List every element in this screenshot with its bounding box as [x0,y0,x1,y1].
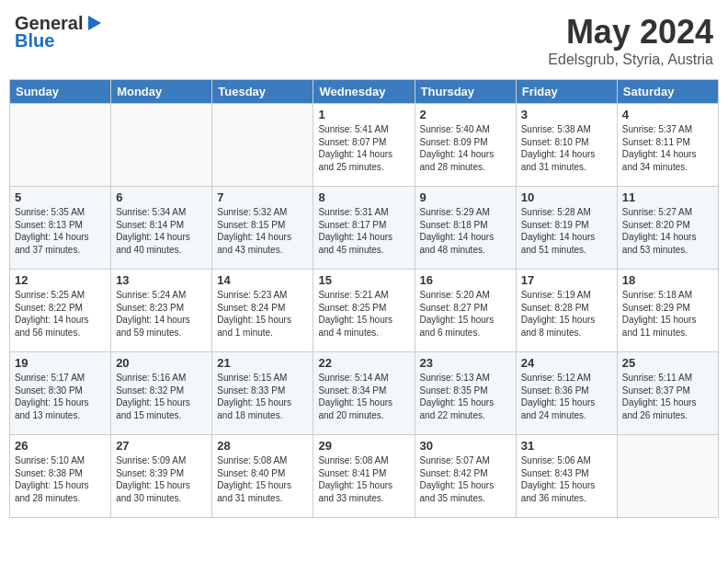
day-number: 1 [318,108,409,121]
calendar-cell [10,104,111,187]
calendar-cell: 5Sunrise: 5:35 AM Sunset: 8:13 PM Daylig… [10,187,111,270]
calendar-week-2: 5Sunrise: 5:35 AM Sunset: 8:13 PM Daylig… [10,187,719,270]
day-number: 16 [420,273,511,287]
day-number: 11 [622,190,713,204]
calendar-cell: 31Sunrise: 5:06 AM Sunset: 8:43 PM Dayli… [516,435,617,518]
calendar-week-4: 19Sunrise: 5:17 AM Sunset: 8:30 PM Dayli… [10,352,719,435]
day-header-monday: Monday [111,80,212,104]
day-info: Sunrise: 5:38 AM Sunset: 8:10 PM Dayligh… [521,123,612,173]
day-info: Sunrise: 5:15 AM Sunset: 8:33 PM Dayligh… [217,372,308,421]
calendar-cell: 26Sunrise: 5:10 AM Sunset: 8:38 PM Dayli… [10,435,111,518]
calendar-cell: 25Sunrise: 5:11 AM Sunset: 8:37 PM Dayli… [617,352,718,435]
day-info: Sunrise: 5:19 AM Sunset: 8:28 PM Dayligh… [521,289,612,339]
day-info: Sunrise: 5:40 AM Sunset: 8:09 PM Dayligh… [420,123,511,173]
day-number: 13 [116,273,207,287]
day-info: Sunrise: 5:25 AM Sunset: 8:22 PM Dayligh… [15,289,106,339]
day-info: Sunrise: 5:21 AM Sunset: 8:25 PM Dayligh… [318,289,409,339]
calendar-cell: 28Sunrise: 5:08 AM Sunset: 8:40 PM Dayli… [212,435,313,518]
calendar-cell: 8Sunrise: 5:31 AM Sunset: 8:17 PM Daylig… [313,187,415,270]
day-number: 27 [116,439,207,453]
title-block: May 2024 Edelsgrub, Styria, Austria [548,13,713,68]
day-header-sunday: Sunday [10,80,111,104]
day-info: Sunrise: 5:37 AM Sunset: 8:11 PM Dayligh… [622,123,713,173]
day-info: Sunrise: 5:20 AM Sunset: 8:27 PM Dayligh… [420,289,511,339]
calendar-cell: 11Sunrise: 5:27 AM Sunset: 8:20 PM Dayli… [617,187,718,270]
day-number: 5 [15,190,106,204]
day-info: Sunrise: 5:29 AM Sunset: 8:18 PM Dayligh… [420,206,511,256]
day-number: 6 [116,190,207,204]
day-number: 30 [420,439,511,453]
calendar-cell: 7Sunrise: 5:32 AM Sunset: 8:15 PM Daylig… [212,187,313,270]
calendar-cell: 22Sunrise: 5:14 AM Sunset: 8:34 PM Dayli… [313,352,415,435]
calendar-location: Edelsgrub, Styria, Austria [548,52,713,68]
day-header-thursday: Thursday [415,80,516,104]
day-number: 21 [217,356,308,370]
calendar-cell: 9Sunrise: 5:29 AM Sunset: 8:18 PM Daylig… [415,187,516,270]
day-number: 9 [420,190,511,204]
day-info: Sunrise: 5:14 AM Sunset: 8:34 PM Dayligh… [318,372,409,421]
calendar-cell: 19Sunrise: 5:17 AM Sunset: 8:30 PM Dayli… [10,352,111,435]
day-info: Sunrise: 5:27 AM Sunset: 8:20 PM Dayligh… [622,206,713,256]
calendar-cell: 6Sunrise: 5:34 AM Sunset: 8:14 PM Daylig… [111,187,212,270]
day-number: 4 [622,108,713,121]
day-number: 3 [521,108,612,121]
calendar-cell [111,104,212,187]
page-header: General Blue May 2024 Edelsgrub, Styria,… [9,9,719,72]
day-number: 31 [521,439,612,453]
day-number: 29 [318,439,409,453]
day-number: 19 [15,356,106,370]
day-info: Sunrise: 5:35 AM Sunset: 8:13 PM Dayligh… [15,206,106,256]
logo-blue: Blue [15,30,54,52]
calendar-cell: 4Sunrise: 5:37 AM Sunset: 8:11 PM Daylig… [617,104,718,187]
day-info: Sunrise: 5:09 AM Sunset: 8:39 PM Dayligh… [116,454,207,504]
calendar-cell: 2Sunrise: 5:40 AM Sunset: 8:09 PM Daylig… [415,104,516,187]
day-number: 14 [217,273,308,287]
day-info: Sunrise: 5:24 AM Sunset: 8:23 PM Dayligh… [116,289,207,339]
day-number: 25 [622,356,713,370]
day-number: 17 [521,273,612,287]
calendar-cell: 1Sunrise: 5:41 AM Sunset: 8:07 PM Daylig… [313,104,415,187]
calendar-cell: 30Sunrise: 5:07 AM Sunset: 8:42 PM Dayli… [415,435,516,518]
calendar-table: SundayMondayTuesdayWednesdayThursdayFrid… [9,79,719,518]
day-header-friday: Friday [516,80,617,104]
day-info: Sunrise: 5:13 AM Sunset: 8:35 PM Dayligh… [420,372,511,421]
calendar-cell: 12Sunrise: 5:25 AM Sunset: 8:22 PM Dayli… [10,270,111,352]
calendar-cell: 21Sunrise: 5:15 AM Sunset: 8:33 PM Dayli… [212,352,313,435]
day-number: 28 [217,439,308,453]
day-number: 10 [521,190,612,204]
calendar-cell: 14Sunrise: 5:23 AM Sunset: 8:24 PM Dayli… [212,270,313,352]
calendar-cell: 15Sunrise: 5:21 AM Sunset: 8:25 PM Dayli… [313,270,415,352]
day-info: Sunrise: 5:16 AM Sunset: 8:32 PM Dayligh… [116,372,207,421]
day-info: Sunrise: 5:08 AM Sunset: 8:41 PM Dayligh… [318,454,409,504]
day-info: Sunrise: 5:08 AM Sunset: 8:40 PM Dayligh… [217,454,308,504]
day-number: 15 [318,273,409,287]
day-number: 20 [116,356,207,370]
calendar-cell: 3Sunrise: 5:38 AM Sunset: 8:10 PM Daylig… [516,104,617,187]
day-number: 24 [521,356,612,370]
svg-marker-0 [88,16,101,30]
day-header-tuesday: Tuesday [212,80,313,104]
calendar-cell: 10Sunrise: 5:28 AM Sunset: 8:19 PM Dayli… [516,187,617,270]
calendar-cell: 24Sunrise: 5:12 AM Sunset: 8:36 PM Dayli… [516,352,617,435]
day-number: 22 [318,356,409,370]
day-info: Sunrise: 5:31 AM Sunset: 8:17 PM Dayligh… [318,206,409,256]
day-number: 8 [318,190,409,204]
day-info: Sunrise: 5:10 AM Sunset: 8:38 PM Dayligh… [15,454,106,504]
day-info: Sunrise: 5:11 AM Sunset: 8:37 PM Dayligh… [622,372,713,421]
calendar-cell: 29Sunrise: 5:08 AM Sunset: 8:41 PM Dayli… [313,435,415,518]
day-number: 2 [420,108,511,121]
day-number: 12 [15,273,106,287]
day-header-wednesday: Wednesday [313,80,415,104]
day-number: 18 [622,273,713,287]
day-info: Sunrise: 5:17 AM Sunset: 8:30 PM Dayligh… [15,372,106,421]
day-info: Sunrise: 5:34 AM Sunset: 8:14 PM Dayligh… [116,206,207,256]
day-info: Sunrise: 5:18 AM Sunset: 8:29 PM Dayligh… [622,289,713,339]
calendar-cell: 23Sunrise: 5:13 AM Sunset: 8:35 PM Dayli… [415,352,516,435]
logo: General Blue [15,13,105,52]
calendar-cell [617,435,718,518]
calendar-cell: 20Sunrise: 5:16 AM Sunset: 8:32 PM Dayli… [111,352,212,435]
calendar-cell: 27Sunrise: 5:09 AM Sunset: 8:39 PM Dayli… [111,435,212,518]
day-info: Sunrise: 5:28 AM Sunset: 8:19 PM Dayligh… [521,206,612,256]
day-info: Sunrise: 5:07 AM Sunset: 8:42 PM Dayligh… [420,454,511,504]
calendar-cell: 13Sunrise: 5:24 AM Sunset: 8:23 PM Dayli… [111,270,212,352]
